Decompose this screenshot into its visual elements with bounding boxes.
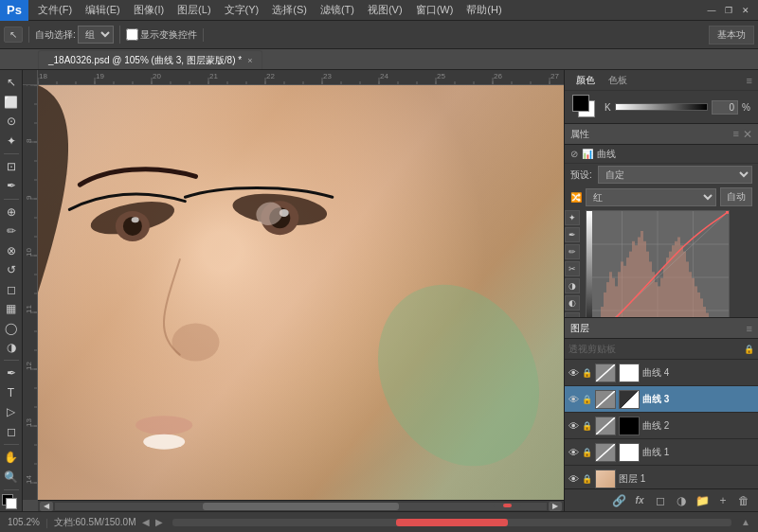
stamp-tool[interactable]: ⊗: [2, 241, 21, 258]
blur-tool[interactable]: ◯: [2, 319, 21, 336]
text-tool[interactable]: T: [2, 384, 21, 401]
fg-bg-swatches: [572, 95, 597, 119]
curves-tool-3[interactable]: ✏: [565, 244, 580, 259]
shape-tool[interactable]: ◻: [2, 422, 21, 439]
k-slider[interactable]: [615, 103, 708, 111]
panel-options-icon[interactable]: ≡: [747, 75, 752, 86]
status-arrow-right[interactable]: ▶: [155, 517, 163, 527]
status-arrow-left[interactable]: ◀: [142, 517, 150, 527]
fg-bg-colors[interactable]: [2, 494, 21, 511]
menu-image[interactable]: 图像(I): [128, 1, 170, 19]
menu-edit[interactable]: 编辑(E): [80, 1, 126, 19]
swatches-tab[interactable]: 色板: [603, 72, 633, 89]
eye-icon-curves2[interactable]: 👁: [568, 420, 579, 432]
channel-select[interactable]: 红: [586, 188, 716, 206]
curves-tool-4[interactable]: ✂: [565, 261, 580, 276]
scrollbar-horizontal[interactable]: ◀ ▶: [38, 500, 564, 511]
curves-tool-2[interactable]: ✒: [565, 227, 580, 242]
eye-icon-layer1[interactable]: 👁: [568, 473, 579, 485]
properties-header: 属性 ≡ ✕: [565, 124, 758, 145]
canvas-area[interactable]: ◀ ▶: [23, 70, 564, 511]
layers-panel-options[interactable]: ≡: [747, 323, 752, 334]
ruler-vertical: [23, 85, 38, 500]
workspace-button[interactable]: 基本功: [709, 26, 754, 44]
curves-tool-5[interactable]: ◑: [565, 278, 580, 293]
close-button[interactable]: ✕: [739, 4, 752, 17]
show-transform-checkbox[interactable]: [126, 28, 138, 41]
eye-icon-curves1[interactable]: 👁: [568, 447, 579, 458]
brush-tool[interactable]: ✏: [2, 222, 21, 239]
path-tool[interactable]: ▷: [2, 403, 21, 420]
window-controls: — ❐ ✕: [705, 4, 758, 17]
v-ruler-canvas: [23, 85, 38, 500]
add-mask-icon[interactable]: ◻: [652, 492, 669, 509]
heal-tool[interactable]: ⊕: [2, 204, 21, 221]
curves-tool-6[interactable]: ◐: [565, 295, 580, 310]
menu-view[interactable]: 视图(V): [362, 1, 408, 19]
fg-swatch[interactable]: [572, 95, 589, 112]
lock-icon-curves4: 🔒: [582, 368, 592, 378]
menu-select[interactable]: 选择(S): [266, 1, 313, 19]
move-tool[interactable]: ↖: [2, 74, 21, 91]
gradient-tool[interactable]: ▦: [2, 300, 21, 317]
curves-graph-canvas[interactable]: [586, 210, 730, 318]
menu-bar: Ps 文件(F) 编辑(E) 图像(I) 图层(L) 文字(Y) 选择(S) 滤…: [0, 0, 758, 21]
curves-tool-1[interactable]: ✦: [565, 210, 580, 225]
layer-item-layer1[interactable]: 👁 🔒 图层 1: [565, 466, 758, 488]
layers-list: 透视剪贴板 🔒 👁 🔒 曲线 4 👁: [565, 339, 758, 488]
marquee-tool[interactable]: ⬜: [2, 93, 21, 110]
lock-icon-layer1: 🔒: [582, 474, 592, 484]
eye-icon-curves4[interactable]: 👁: [568, 367, 579, 379]
new-layer-icon[interactable]: +: [714, 492, 731, 509]
color-panel-body: K %: [565, 91, 758, 123]
auto-select-group: 自动选择: 组: [35, 26, 120, 44]
photo-canvas-element[interactable]: [38, 85, 564, 500]
properties-close-icon[interactable]: ✕: [743, 128, 752, 141]
color-panel: 颜色 色板 ≡ K %: [565, 70, 758, 124]
color-tab[interactable]: 颜色: [570, 72, 601, 89]
menu-file[interactable]: 文件(F): [32, 1, 78, 19]
fx-icon[interactable]: fx: [631, 492, 648, 509]
adjustments-icon[interactable]: ◑: [673, 492, 690, 509]
hand-tool[interactable]: ✋: [2, 449, 21, 466]
properties-options-icon[interactable]: ≡: [733, 128, 739, 141]
zoom-tool[interactable]: 🔍: [2, 468, 21, 485]
group-icon[interactable]: 📁: [694, 492, 711, 509]
arrow-tool-btn[interactable]: ↖: [4, 27, 23, 43]
layer-item-curves3[interactable]: 👁 🔒 曲线 3: [565, 386, 758, 413]
lasso-tool[interactable]: ⊙: [2, 113, 21, 130]
auto-button[interactable]: 自动: [720, 187, 752, 206]
auto-select-dropdown[interactable]: 组: [78, 26, 114, 44]
dodge-tool[interactable]: ◑: [2, 339, 21, 356]
ruler-horizontal: [38, 70, 564, 85]
minimize-button[interactable]: —: [705, 4, 718, 17]
eraser-tool[interactable]: ◻: [2, 280, 21, 297]
layer-item-curves1[interactable]: 👁 🔒 曲线 1: [565, 439, 758, 466]
k-value-input[interactable]: [712, 100, 738, 115]
eye-icon-curves3[interactable]: 👁: [568, 394, 579, 405]
pen-tool[interactable]: ✒: [2, 364, 21, 381]
link-layers-icon[interactable]: 🔗: [610, 492, 627, 509]
eyedropper-tool[interactable]: ✒: [2, 177, 21, 194]
menu-layer[interactable]: 图层(L): [171, 1, 216, 19]
properties-controls: ≡ ✕: [733, 128, 752, 141]
menu-filter[interactable]: 滤镜(T): [315, 1, 360, 19]
crop-tool[interactable]: ⊡: [2, 158, 21, 175]
menu-window[interactable]: 窗口(W): [410, 1, 460, 19]
wand-tool[interactable]: ✦: [2, 132, 21, 149]
tab-close-button[interactable]: ×: [247, 56, 252, 65]
preset-select[interactable]: 自定: [598, 166, 752, 184]
h-scrollbar-thumb[interactable]: [203, 503, 400, 510]
menu-help[interactable]: 帮助(H): [460, 1, 507, 19]
history-tool[interactable]: ↺: [2, 261, 21, 278]
layer-name-curves1: 曲线 1: [642, 446, 754, 459]
restore-button[interactable]: ❐: [722, 4, 735, 17]
layer-item-curves4[interactable]: 👁 🔒 曲线 4: [565, 360, 758, 386]
color-panel-tabs: 颜色 色板: [570, 72, 633, 89]
layer-item-clip[interactable]: 透视剪贴板 🔒: [565, 339, 758, 360]
status-expand-icon[interactable]: ▲: [741, 517, 750, 527]
document-tab[interactable]: _18A0326.psd @ 105% (曲线 3, 图层蒙版/8) * ×: [38, 50, 262, 69]
delete-layer-icon[interactable]: 🗑: [735, 492, 752, 509]
layer-item-curves2[interactable]: 👁 🔒 曲线 2: [565, 413, 758, 439]
menu-text[interactable]: 文字(Y): [219, 1, 265, 19]
